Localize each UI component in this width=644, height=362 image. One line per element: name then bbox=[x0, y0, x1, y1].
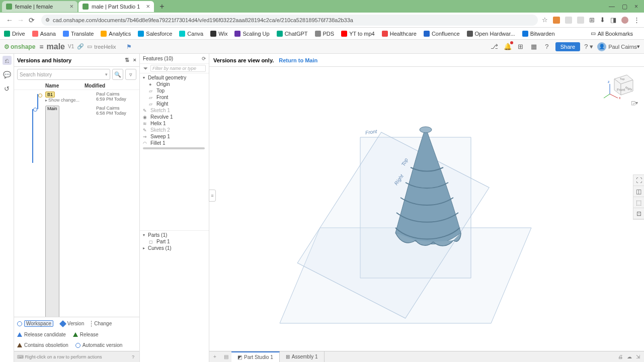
bookmark-item[interactable]: Translate bbox=[63, 31, 94, 37]
close-window-icon[interactable]: × bbox=[634, 3, 638, 10]
branch-icon[interactable]: ⎇ bbox=[490, 42, 499, 51]
feature-item[interactable]: ●Origin bbox=[140, 81, 209, 87]
cube-menu-icon[interactable]: ◲▾ bbox=[631, 100, 638, 106]
bookmark-item[interactable]: Drive bbox=[4, 31, 25, 37]
parts-header[interactable]: ▾Parts (1) bbox=[140, 232, 209, 238]
download-icon[interactable]: ⬇ bbox=[600, 16, 605, 24]
bookmark-item[interactable]: Scaling Up bbox=[234, 31, 269, 37]
bookmark-item[interactable]: YT to mp4 bbox=[341, 31, 375, 37]
apps-icon[interactable]: ▦ bbox=[529, 42, 538, 51]
back-button[interactable]: ← bbox=[4, 15, 15, 26]
link-icon[interactable]: 🔗 bbox=[77, 43, 84, 50]
feature-filter-input[interactable]: Filter by name or type bbox=[150, 65, 206, 72]
feature-item[interactable]: ▱Top bbox=[140, 87, 209, 94]
3d-scene[interactable] bbox=[209, 67, 642, 348]
features-header: Features (10) ⟳ bbox=[140, 54, 209, 64]
reload-icon[interactable]: ⟳ bbox=[202, 56, 206, 61]
feature-item[interactable]: ◉Revolve 1 bbox=[140, 114, 209, 120]
browser-tab-active[interactable]: male | Part Studio 1 × bbox=[78, 1, 154, 12]
rollback-bar[interactable] bbox=[143, 147, 205, 149]
feature-item[interactable]: ▱Front bbox=[140, 94, 209, 101]
tab-assembly[interactable]: ⊞Assembly 1 bbox=[280, 351, 325, 363]
tab-list-button[interactable]: ▤ bbox=[220, 354, 231, 359]
extension-icon[interactable] bbox=[565, 17, 572, 24]
print-icon[interactable]: 🖨 bbox=[618, 354, 623, 359]
bookmark-item[interactable]: Healthcare bbox=[382, 31, 417, 37]
bookmark-item[interactable]: Asana bbox=[32, 31, 56, 37]
feature-group[interactable]: ▾Default geometry bbox=[140, 74, 209, 81]
close-icon[interactable]: × bbox=[146, 3, 150, 10]
menu-icon[interactable]: ⋮ bbox=[633, 16, 640, 24]
search-button[interactable]: 🔍 bbox=[112, 69, 123, 80]
funnel-icon[interactable]: ⏷ bbox=[143, 65, 148, 71]
document-name[interactable]: male bbox=[47, 42, 65, 51]
tool-icon[interactable]: ⛶ bbox=[633, 175, 644, 186]
bookmark-item[interactable]: Wix bbox=[210, 31, 227, 37]
reload-button[interactable]: ⟳ bbox=[26, 15, 37, 26]
add-tab-button[interactable]: + bbox=[209, 354, 220, 359]
hint-icon: ⌨ bbox=[17, 354, 24, 359]
bookmark-item[interactable]: Open Hardwar... bbox=[467, 31, 515, 37]
bookmark-item[interactable]: Analytics bbox=[101, 31, 131, 37]
notifications-icon[interactable]: 🔔 bbox=[503, 42, 512, 51]
feature-item[interactable]: ⇝Sweep 1 bbox=[140, 133, 209, 140]
comments-rail-icon[interactable]: 💬 bbox=[3, 70, 12, 79]
bookmark-item[interactable]: Bitwarden bbox=[522, 31, 555, 37]
versions-rail-icon[interactable]: ⎌ bbox=[3, 56, 12, 65]
return-to-main-link[interactable]: Return to Main bbox=[279, 57, 317, 63]
compare-icon[interactable]: ⇅ bbox=[125, 57, 129, 63]
sidepanel-icon[interactable]: ◨ bbox=[610, 16, 616, 24]
version-row[interactable]: Main Show change... Paul Cairns6:58 PM T… bbox=[14, 104, 139, 317]
bookmark-item[interactable]: Confluence bbox=[424, 31, 460, 37]
help-icon[interactable]: ? bbox=[542, 42, 551, 51]
star-icon[interactable]: ☆ bbox=[542, 16, 548, 24]
versions-list: B1 Show change... Paul Cairns6:59 PM Tod… bbox=[14, 90, 139, 317]
flag-icon[interactable]: ⚑ bbox=[126, 43, 132, 50]
search-history-input[interactable]: Search history▾ bbox=[17, 69, 110, 80]
site-info-icon[interactable]: ⚙ bbox=[45, 17, 50, 23]
feature-item[interactable]: ≋Helix 1 bbox=[140, 120, 209, 127]
help-icon[interactable]: ? bbox=[132, 354, 134, 359]
menu-icon[interactable]: ≡ bbox=[39, 43, 43, 51]
close-icon[interactable]: × bbox=[69, 3, 73, 10]
forward-button[interactable]: → bbox=[15, 15, 26, 26]
cloud-icon[interactable]: ☁ bbox=[627, 354, 632, 359]
user-menu[interactable]: 👤Paul Cairns ▾ bbox=[597, 42, 640, 51]
tool-icon[interactable]: ⬚ bbox=[633, 197, 644, 208]
tool-icon[interactable]: ◫ bbox=[633, 186, 644, 197]
feature-item[interactable]: ✎Sketch 1 bbox=[140, 107, 209, 114]
version-row[interactable]: B1 Show change... Paul Cairns6:59 PM Tod… bbox=[14, 90, 139, 104]
curves-header[interactable]: ▸Curves (1) bbox=[140, 245, 209, 251]
bookmark-item[interactable]: Canva bbox=[179, 31, 203, 37]
tool-icon[interactable]: ⊡ bbox=[633, 208, 644, 219]
breadcrumb[interactable]: ▭treeHelix bbox=[87, 43, 116, 50]
tab-part-studio[interactable]: ◩Part Studio 1 bbox=[231, 351, 280, 363]
extensions-icon[interactable]: ⊞ bbox=[589, 16, 595, 24]
bookmark-item[interactable]: ChatGPT bbox=[277, 31, 308, 37]
filter-button[interactable]: ▿ bbox=[125, 69, 136, 80]
extension-icon[interactable] bbox=[553, 17, 560, 24]
feature-item[interactable]: ◠Fillet 1 bbox=[140, 140, 209, 146]
extension-icon[interactable] bbox=[577, 17, 584, 24]
history-rail-icon[interactable]: ↺ bbox=[3, 84, 12, 93]
grid-icon[interactable]: ⊞ bbox=[516, 42, 525, 51]
onshape-logo[interactable]: onshape bbox=[4, 43, 35, 50]
export-icon[interactable]: ⇲ bbox=[636, 354, 640, 359]
all-bookmarks-button[interactable]: ▭All Bookmarks bbox=[591, 30, 633, 37]
close-panel-icon[interactable]: × bbox=[133, 57, 136, 63]
url-input[interactable]: ⚙ cad.onshape.com/documents/7b46d8e9fea7… bbox=[41, 15, 538, 26]
view-cube[interactable]: Front Right Top z x ◲▾ bbox=[607, 69, 637, 99]
viewport[interactable]: Versions are view only. Return to Main ≡… bbox=[209, 54, 644, 362]
feature-item[interactable]: ✎Sketch 2 bbox=[140, 127, 209, 133]
feature-item[interactable]: ▱Right bbox=[140, 101, 209, 107]
profile-icon[interactable] bbox=[621, 17, 628, 24]
help-dropdown-icon[interactable]: ? ▾ bbox=[584, 42, 593, 51]
minimize-icon[interactable]: — bbox=[609, 3, 615, 10]
bookmark-item[interactable]: PDS bbox=[315, 31, 335, 37]
share-button[interactable]: Share bbox=[555, 42, 580, 51]
part-item[interactable]: ◻Part 1 bbox=[140, 238, 209, 245]
new-tab-button[interactable]: + bbox=[157, 2, 167, 11]
bookmark-item[interactable]: Salesforce bbox=[138, 31, 172, 37]
browser-tab[interactable]: female | female × bbox=[2, 1, 77, 12]
maximize-icon[interactable]: ▢ bbox=[622, 3, 627, 10]
